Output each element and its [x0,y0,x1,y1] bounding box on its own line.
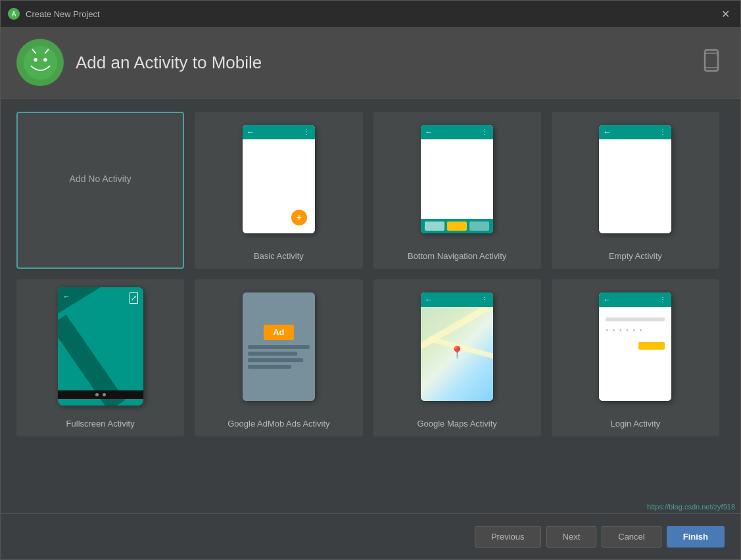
maps-preview: ← ⋮ 📍 [375,281,540,412]
map-body: 📍 [421,307,493,401]
empty-activity-label: Empty Activity [604,245,667,268]
bottom-nav-label: Bottom Navigation Activity [402,245,512,268]
empty-phone-mockup: ← ⋮ [599,125,671,233]
basic-activity-preview: ← ⋮ + [196,113,361,245]
watermark: https://blog.csdn.net/zyf918 [647,503,735,511]
cancel-button[interactable]: Cancel [602,526,661,548]
basic-activity-label: Basic Activity [249,245,309,268]
title-bar: A Create New Project ✕ [1,1,740,27]
admob-preview: Ad [196,281,361,412]
no-activity-text: Add No Activity [70,174,131,184]
fullscreen-mockup: ← ⤢ [58,287,143,406]
login-username-field [606,317,665,321]
fullscreen-label: Fullscreen Activity [61,412,140,435]
bottom-nav-card[interactable]: ← ⋮ Bottom Navigation Activity [373,112,541,269]
admob-mockup: Ad [243,292,315,401]
header-left: Add an Activity to Mobile [16,39,262,86]
fs-expand-icon: ⤢ [130,292,138,304]
basic-phone-mockup: ← ⋮ + [243,125,315,233]
svg-point-2 [23,45,57,79]
login-card[interactable]: ← ⋮ • • • • • • Login Activity [552,279,719,436]
admob-card[interactable]: Ad Google AdMob Ads Activity [195,279,362,436]
footer: Previous Next Cancel Finish [1,513,740,559]
login-preview: ← ⋮ • • • • • • [553,281,718,412]
svg-text:A: A [12,11,16,18]
empty-body [599,139,671,233]
login-label: Login Activity [605,412,665,435]
next-button[interactable]: Next [546,526,597,548]
fab-button: + [291,210,307,225]
bottom-nav-preview: ← ⋮ [375,113,540,245]
main-window: A Create New Project ✕ [0,0,741,560]
empty-activity-card[interactable]: ← ⋮ Empty Activity [552,112,719,269]
bottom-nav-topbar: ← ⋮ [421,125,493,139]
maps-mockup: ← ⋮ 📍 [421,292,493,401]
content-area: Add No Activity ← ⋮ + Basic [1,99,740,513]
fs-back-icon: ← [63,292,70,304]
empty-activity-preview: ← ⋮ [553,113,718,245]
header-title: Add an Activity to Mobile [76,53,262,73]
svg-point-4 [43,58,47,62]
android-logo [16,39,64,86]
svg-point-3 [34,58,37,62]
mobile-icon [698,47,725,78]
app-icon: A [7,7,20,20]
login-topbar: ← ⋮ [599,292,671,307]
empty-topbar: ← ⋮ [599,125,671,139]
admob-body: Ad [243,292,315,401]
ad-banner: Ad [264,325,293,340]
finish-button[interactable]: Finish [667,526,725,548]
bottom-nav-bar [421,219,493,233]
basic-topbar: ← ⋮ [243,125,315,139]
fullscreen-card[interactable]: ← ⤢ Fullscreen Activity [16,279,184,436]
admob-label: Google AdMob Ads Activity [222,412,335,435]
activity-grid: Add No Activity ← ⋮ + Basic [16,112,725,436]
previous-button[interactable]: Previous [475,526,541,548]
bottom-nav-body [421,139,493,219]
map-pin: 📍 [450,345,464,360]
no-activity-preview: Add No Activity [18,113,183,245]
login-body: • • • • • • [599,307,671,401]
maps-topbar: ← ⋮ [421,292,493,307]
fullscreen-preview: ← ⤢ [18,281,183,412]
login-mockup: ← ⋮ • • • • • • [599,292,671,401]
basic-body: + [243,139,315,233]
header: Add an Activity to Mobile [1,27,740,99]
close-button[interactable]: ✕ [717,7,734,22]
bottom-nav-mockup: ← ⋮ [421,125,493,233]
no-activity-card[interactable]: Add No Activity [16,112,184,269]
login-submit-btn [638,342,665,350]
maps-label: Google Maps Activity [412,412,502,435]
maps-card[interactable]: ← ⋮ 📍 Google Maps Activity [373,279,541,436]
basic-activity-card[interactable]: ← ⋮ + Basic Activity [195,112,362,269]
window-title: Create New Project [26,9,717,19]
